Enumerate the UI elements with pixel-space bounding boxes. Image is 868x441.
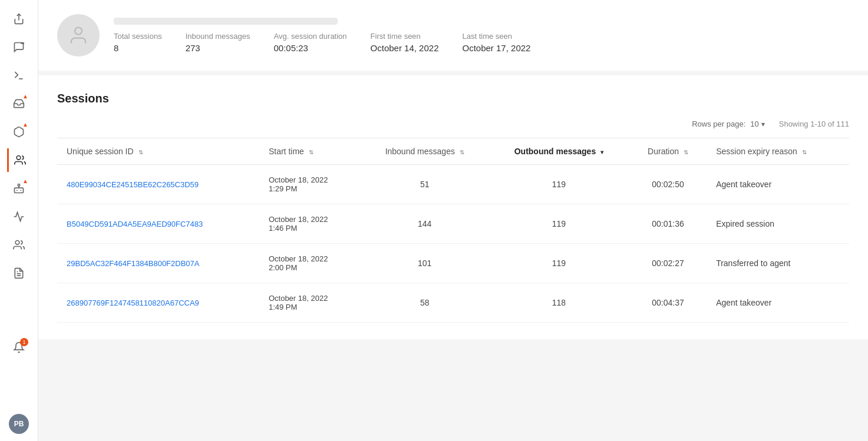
cell-reason: Expired session <box>707 204 849 244</box>
terminal-icon[interactable] <box>7 64 31 87</box>
cell-inbound: 144 <box>361 204 489 244</box>
col-duration[interactable]: Duration ⇅ <box>629 138 707 165</box>
col-start-time[interactable]: Start time ⇅ <box>259 138 361 165</box>
sessions-section: Sessions Rows per page: 10 ▾ Showing 1-1… <box>38 75 868 339</box>
rows-per-page-selector[interactable]: 10 ▾ <box>750 120 764 128</box>
inbox-up-icon[interactable]: ▲ <box>7 92 31 115</box>
cell-start-time: October 18, 20222:00 PM <box>259 244 361 283</box>
cell-outbound: 119 <box>489 244 629 283</box>
person-icon <box>68 25 89 46</box>
table-row: B5049CD591AD4A5EA9AED90FC7483 October 18… <box>57 204 849 244</box>
col-inbound[interactable]: Inbound messages ⇅ <box>361 138 489 165</box>
cell-start-time: October 18, 20221:46 PM <box>259 204 361 244</box>
sort-icon-duration: ⇅ <box>684 149 688 155</box>
cell-inbound: 101 <box>361 244 489 283</box>
table-row: 268907769F1247458110820A67CCA9 October 1… <box>57 283 849 323</box>
sort-icon-expiry: ⇅ <box>802 149 807 155</box>
session-link[interactable]: 268907769F1247458110820A67CCA9 <box>67 299 199 307</box>
bot-up-icon[interactable]: ▲ <box>7 177 31 200</box>
profile-stats: Total sessions 8 Inbound messages 273 Av… <box>114 32 530 53</box>
profile-avatar <box>57 14 100 57</box>
cell-session-id: 29BD5AC32F464F1384B800F2DB07A <box>57 244 259 283</box>
svg-point-13 <box>75 28 82 35</box>
svg-point-2 <box>23 43 24 44</box>
showing-text: Showing 1-10 of 111 <box>779 120 849 128</box>
cell-session-id: 480E99034CE24515BE62C265C3D59 <box>57 165 259 204</box>
sessions-table: Unique session ID ⇅ Start time ⇅ Inbound… <box>57 138 849 323</box>
profile-info: Total sessions 8 Inbound messages 273 Av… <box>114 18 530 53</box>
up-badge-bot: ▲ <box>22 178 28 184</box>
stat-last-seen: Last time seen October 17, 2022 <box>463 32 531 53</box>
cell-session-id: B5049CD591AD4A5EA9AED90FC7483 <box>57 204 259 244</box>
team-icon[interactable] <box>7 233 31 257</box>
sort-icon-inbound: ⇅ <box>460 149 464 155</box>
chevron-down-icon: ▾ <box>761 120 765 128</box>
cell-duration: 00:02:50 <box>629 165 707 204</box>
col-expiry-reason[interactable]: Session expiry reason ⇅ <box>707 138 849 165</box>
analytics-icon[interactable] <box>7 205 31 228</box>
stat-inbound-messages: Inbound messages 273 <box>186 32 250 53</box>
cell-start-time: October 18, 20221:29 PM <box>259 165 361 204</box>
cell-inbound: 58 <box>361 283 489 323</box>
session-link[interactable]: B5049CD591AD4A5EA9AED90FC7483 <box>67 220 203 228</box>
profile-card: Total sessions 8 Inbound messages 273 Av… <box>38 0 868 71</box>
up-badge-inbox: ▲ <box>22 93 28 100</box>
table-controls: Rows per page: 10 ▾ Showing 1-10 of 111 <box>57 120 849 128</box>
chat-icon[interactable] <box>7 35 31 59</box>
box-up-icon[interactable]: ▲ <box>7 120 31 144</box>
up-badge-box: ▲ <box>22 121 28 128</box>
cell-duration: 00:02:27 <box>629 244 707 283</box>
cell-reason: Agent takeover <box>707 165 849 204</box>
cell-start-time: October 18, 20221:49 PM <box>259 283 361 323</box>
svg-point-1 <box>21 43 22 44</box>
notifications-badge: 1 <box>20 338 28 346</box>
svg-point-4 <box>16 156 21 160</box>
profile-name-blur <box>114 18 338 25</box>
sessions-title: Sessions <box>57 92 849 105</box>
contacts-icon[interactable] <box>7 148 31 172</box>
col-session-id[interactable]: Unique session ID ⇅ <box>57 138 259 165</box>
cell-reason: Agent takeover <box>707 283 849 323</box>
stat-first-seen: First time seen October 14, 2022 <box>371 32 439 53</box>
sidebar: ▲ ▲ ▲ 1 PB <box>0 0 38 441</box>
col-outbound[interactable]: Outbound messages ▾ <box>489 138 629 165</box>
svg-point-6 <box>18 184 19 186</box>
main-content: Total sessions 8 Inbound messages 273 Av… <box>38 0 868 441</box>
stat-avg-duration: Avg. session duration 00:05:23 <box>274 32 347 53</box>
session-link[interactable]: 29BD5AC32F464F1384B800F2DB07A <box>67 259 199 268</box>
cell-duration: 00:01:36 <box>629 204 707 244</box>
session-link[interactable]: 480E99034CE24515BE62C265C3D59 <box>67 180 199 189</box>
rules-icon[interactable] <box>7 261 31 285</box>
stat-total-sessions: Total sessions 8 <box>114 32 162 53</box>
svg-point-10 <box>15 241 19 245</box>
user-avatar[interactable]: PB <box>9 414 29 434</box>
cell-outbound: 119 <box>489 165 629 204</box>
cell-outbound: 119 <box>489 204 629 244</box>
cell-outbound: 118 <box>489 283 629 323</box>
share-icon[interactable] <box>7 7 31 31</box>
sort-icon-session-id: ⇅ <box>138 149 143 155</box>
sort-icon-start-time: ⇅ <box>309 149 313 155</box>
sort-icon-outbound: ▾ <box>600 149 603 155</box>
cell-duration: 00:04:37 <box>629 283 707 323</box>
cell-session-id: 268907769F1247458110820A67CCA9 <box>57 283 259 323</box>
svg-rect-5 <box>15 188 24 193</box>
cell-reason: Transferred to agent <box>707 244 849 283</box>
table-row: 480E99034CE24515BE62C265C3D59 October 18… <box>57 165 849 204</box>
rows-per-page-label: Rows per page: <box>692 120 745 128</box>
notifications-icon[interactable]: 1 <box>7 336 31 359</box>
cell-inbound: 51 <box>361 165 489 204</box>
table-row: 29BD5AC32F464F1384B800F2DB07A October 18… <box>57 244 849 283</box>
